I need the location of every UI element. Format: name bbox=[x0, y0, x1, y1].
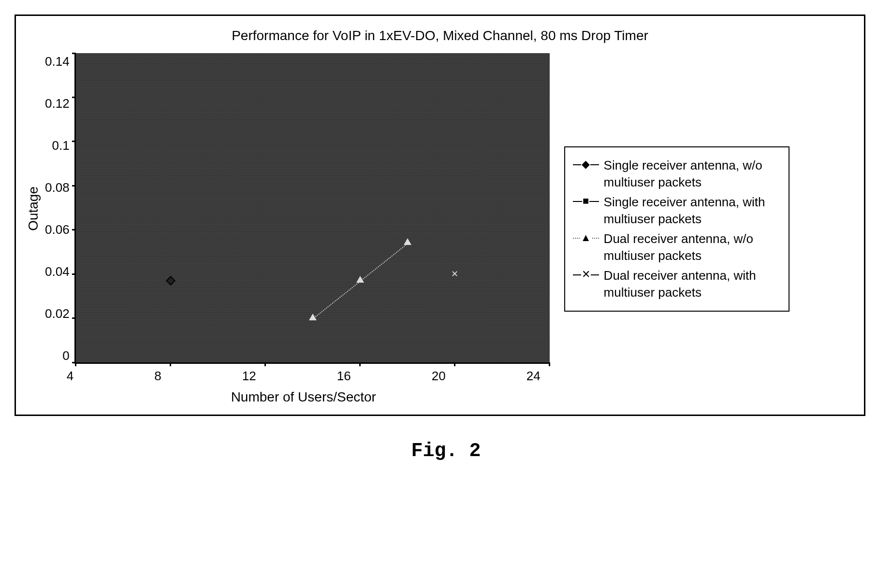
y-tick-label: 0.04 bbox=[45, 264, 70, 279]
chart-area: Outage 0.140.120.10.080.060.040.020 ✕ 48… bbox=[26, 53, 550, 405]
y-tick-label: 0.06 bbox=[45, 222, 70, 237]
y-tick-label: 0.1 bbox=[45, 138, 70, 153]
y-tick-label: 0.02 bbox=[45, 306, 70, 321]
data-point bbox=[166, 276, 175, 286]
legend-label: Dual receiver antenna, with multiuser pa… bbox=[604, 267, 781, 301]
data-point bbox=[404, 238, 411, 245]
legend-swatch: ▲ bbox=[573, 230, 599, 245]
chart-layout: Outage 0.140.120.10.080.060.040.020 ✕ 48… bbox=[26, 53, 854, 405]
x-tick-label: 12 bbox=[242, 369, 256, 384]
x-tick-label: 20 bbox=[432, 369, 446, 384]
legend-label: Dual receiver antenna, w/o multiuser pac… bbox=[604, 230, 781, 264]
legend-label: Single receiver antenna, with multiuser … bbox=[604, 194, 781, 228]
x-tick-label: 24 bbox=[526, 369, 541, 384]
triangle-icon: ▲ bbox=[580, 232, 592, 243]
y-axis-label: Outage bbox=[26, 186, 41, 231]
y-tick-label: 0.08 bbox=[45, 180, 70, 195]
square-icon: ■ bbox=[582, 196, 589, 206]
plot-area: ✕ bbox=[74, 53, 550, 364]
legend-item: ✕Dual receiver antenna, with multiuser p… bbox=[573, 267, 781, 301]
x-tick-label: 4 bbox=[67, 369, 73, 384]
y-tick-label: 0.12 bbox=[45, 96, 70, 111]
y-axis-ticks: 0.140.120.10.080.060.040.020 bbox=[45, 54, 74, 363]
legend-item: ■Single receiver antenna, with multiuser… bbox=[573, 194, 781, 228]
x-axis-label: Number of Users/Sector bbox=[67, 389, 541, 405]
data-point bbox=[356, 276, 364, 283]
legend-label: Single receiver antenna, w/o multiuser p… bbox=[604, 157, 781, 191]
chart-title: Performance for VoIP in 1xEV-DO, Mixed C… bbox=[26, 28, 854, 43]
x-axis-ticks: 4812162024 bbox=[67, 364, 541, 384]
figure-frame: Performance for VoIP in 1xEV-DO, Mixed C… bbox=[15, 14, 865, 416]
legend: ◆Single receiver antenna, w/o multiuser … bbox=[564, 146, 790, 312]
y-tick-label: 0.14 bbox=[45, 54, 70, 69]
data-point bbox=[309, 314, 317, 320]
data-point: ✕ bbox=[451, 269, 458, 279]
x-icon: ✕ bbox=[581, 269, 591, 280]
y-tick-label: 0 bbox=[45, 348, 70, 363]
x-tick-label: 8 bbox=[154, 369, 161, 384]
legend-swatch: ■ bbox=[573, 194, 599, 208]
legend-swatch: ◆ bbox=[573, 157, 599, 172]
diamond-icon: ◆ bbox=[581, 159, 590, 170]
legend-swatch: ✕ bbox=[573, 267, 599, 282]
legend-item: ▲Dual receiver antenna, w/o multiuser pa… bbox=[573, 230, 781, 264]
figure-caption: Fig. 2 bbox=[15, 440, 877, 462]
legend-item: ◆Single receiver antenna, w/o multiuser … bbox=[573, 157, 781, 191]
x-tick-label: 16 bbox=[337, 369, 351, 384]
